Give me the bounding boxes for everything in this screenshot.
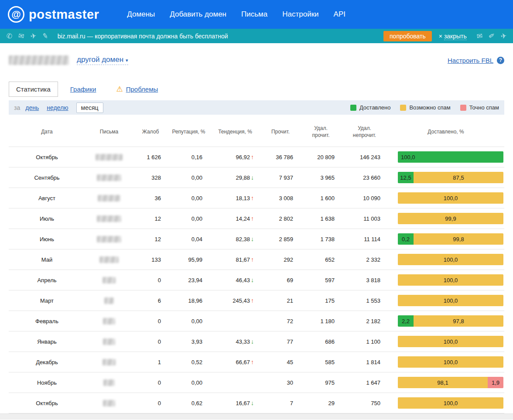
top-nav: ДоменыДобавить доменПисьмаНастройкиAPI <box>127 10 345 19</box>
cell-deleted-unread: 1 814 <box>342 352 387 372</box>
cell-delivered-bar: 100,0 <box>387 249 504 270</box>
tab-problems[interactable]: Проблемы <box>126 85 158 93</box>
cell-complaints: 133 <box>133 249 168 270</box>
cell-letters-blurred <box>85 208 133 229</box>
cell-date: Ноябрь <box>9 372 85 393</box>
nav-item[interactable]: Добавить домен <box>170 10 226 19</box>
cell-trend: 43,33↓ <box>209 331 261 352</box>
statistics-table: ДатаПисьмаЖалобРепутация, %Тенденция, %П… <box>9 119 504 413</box>
cell-letters-blurred <box>85 393 133 413</box>
trend-down-icon: ↓ <box>251 338 254 345</box>
fbl-settings-link[interactable]: Настроить FBL <box>448 57 493 64</box>
cell-letters-blurred <box>85 167 133 188</box>
tab-statistics[interactable]: Статистика <box>9 82 58 97</box>
trend-up-icon: ↑ <box>251 195 254 201</box>
period-link[interactable]: неделю <box>47 104 68 111</box>
top-bar: @ postmaster ДоменыДобавить доменПисьмаН… <box>0 0 513 29</box>
cell-letters-blurred <box>85 229 133 249</box>
cell-date: Июль <box>9 208 85 229</box>
cell-trend: 96,92↑ <box>209 147 261 167</box>
table-row: Август360,0018,13↑3 0081 60010 090100,0 <box>9 188 504 208</box>
doodle-icon: ✆ <box>6 31 13 41</box>
period-selected[interactable]: месяц <box>76 102 103 113</box>
cell-read: 7 <box>261 393 300 413</box>
column-header: Удал. непрочит. <box>342 119 387 147</box>
cell-reputation: 0,00 <box>168 208 209 229</box>
cell-deleted-unread: 10 090 <box>342 188 387 208</box>
table-row: Апрель023,9446,43↓695973 818100,0 <box>9 270 504 290</box>
blurred-value <box>97 236 121 242</box>
cell-trend: 16,67↓ <box>209 393 261 413</box>
tabs-row: Статистика Графики ⚠ Проблемы <box>9 82 504 97</box>
bar-segment-spam: 1,9 <box>488 377 503 388</box>
help-icon[interactable]: ? <box>497 57 504 64</box>
cell-date: Октябрь <box>9 393 85 413</box>
cell-letters-blurred <box>85 331 133 352</box>
cell-read: 3 008 <box>261 188 300 208</box>
blurred-value <box>103 277 116 283</box>
delivered-bar: 100,0 <box>398 274 503 286</box>
bar-segment-maybe_spam: 97,8 <box>414 315 503 327</box>
cell-complaints: 328 <box>133 167 168 188</box>
domain-name-blurred <box>9 55 69 65</box>
filter-bar: за деньнеделюмесяц ДоставленоВозможно сп… <box>9 100 504 115</box>
legend-swatch <box>350 105 356 111</box>
doodle-icon: ✈ <box>30 31 37 41</box>
cell-letters-blurred <box>85 290 133 311</box>
cell-complaints: 6 <box>133 290 168 311</box>
other-domain-dropdown[interactable]: другой домен▾ <box>77 55 128 65</box>
trend-up-icon: ↑ <box>251 154 254 160</box>
nav-item[interactable]: Домены <box>127 10 155 19</box>
cell-complaints: 36 <box>133 188 168 208</box>
cell-reputation: 0,52 <box>168 352 209 372</box>
cell-deleted-read: 1 600 <box>300 188 342 208</box>
bar-segment-maybe_spam: 99,9 <box>398 213 503 224</box>
bar-segment-maybe_spam: 100,0 <box>398 397 503 409</box>
trend-down-icon: ↓ <box>251 174 254 181</box>
cell-read: 72 <box>261 311 300 331</box>
domain-row: другой домен▾ Настроить FBL ? <box>9 54 504 67</box>
cell-read: 2 802 <box>261 208 300 229</box>
footer-strip <box>0 413 513 420</box>
cell-trend: 81,67↑ <box>209 249 261 270</box>
blurred-value <box>104 297 114 304</box>
promo-banner: ✆✉✈✎ biz.mail.ru — корпоративная почта д… <box>0 29 513 43</box>
cell-reputation: 95,99 <box>168 249 209 270</box>
cell-letters-blurred <box>85 270 133 290</box>
cell-reputation: 0,00 <box>168 188 209 208</box>
column-header: Дата <box>9 119 85 147</box>
delivered-bar: 100,0 <box>398 151 503 163</box>
nav-item[interactable]: API <box>334 10 345 19</box>
bar-segment-delivered: 0,2 <box>398 233 414 245</box>
table-row: Март618,96245,43↑211751 553100,0 <box>9 290 504 311</box>
period-link[interactable]: день <box>25 104 39 111</box>
tab-charts[interactable]: Графики <box>70 85 96 93</box>
cell-trend <box>209 311 261 331</box>
legend-swatch <box>400 105 406 111</box>
try-button[interactable]: попробовать <box>383 31 432 41</box>
table-row: Декабрь10,5266,67↑455851 814100,0 <box>9 352 504 372</box>
cell-delivered-bar: 2,297,8 <box>387 311 504 331</box>
delivered-bar: 2,297,8 <box>398 315 503 327</box>
delivered-bar: 100,0 <box>398 336 503 347</box>
bar-segment-maybe_spam: 100,0 <box>398 274 503 286</box>
column-header: Тенденция, % <box>209 119 261 147</box>
cell-deleted-read: 975 <box>300 372 342 393</box>
cell-delivered-bar: 100,0 <box>387 331 504 352</box>
blurred-value <box>99 256 119 263</box>
cell-reputation: 3,93 <box>168 331 209 352</box>
table-row: Октябрь1 6260,1696,92↑36 78620 809146 24… <box>9 147 504 167</box>
nav-item[interactable]: Настройки <box>282 10 318 19</box>
cell-complaints: 12 <box>133 229 168 249</box>
doodle-icon: ✉ <box>476 31 483 41</box>
cell-letters-blurred <box>85 372 133 393</box>
column-header: Прочит. <box>261 119 300 147</box>
cell-date: Апрель <box>9 270 85 290</box>
banner-close-button[interactable]: × закрыть <box>439 33 467 40</box>
cell-deleted-unread: 1 100 <box>342 331 387 352</box>
postmaster-logo[interactable]: @ postmaster <box>8 6 99 23</box>
table-row: Январь03,9343,33↓776861 100100,0 <box>9 331 504 352</box>
cell-deleted-unread: 23 660 <box>342 167 387 188</box>
cell-complaints: 0 <box>133 393 168 413</box>
nav-item[interactable]: Письма <box>241 10 267 19</box>
